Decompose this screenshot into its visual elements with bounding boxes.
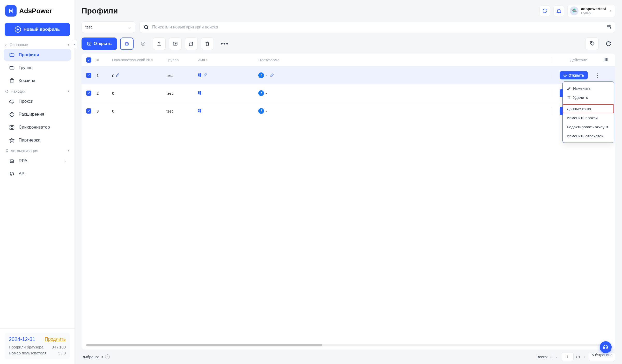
close-action-button[interactable]: [137, 38, 150, 50]
sidebar-item-synchronizer[interactable]: Синхронизатор: [4, 121, 71, 133]
refresh-button[interactable]: [539, 5, 550, 16]
table-row[interactable]: ✓10testf-Открыть⋮: [82, 66, 615, 84]
trash-icon: [9, 78, 15, 84]
sidebar-item-proxies[interactable]: Прокси: [4, 95, 71, 107]
ctx-edit[interactable]: Изменить: [563, 84, 614, 93]
trash-icon: [567, 95, 571, 100]
row-name: [197, 108, 258, 114]
chevron-down-icon: ⌄: [128, 25, 131, 29]
chevron-right-icon: ›: [610, 9, 611, 13]
table-row[interactable]: ✓30testf-Открыть⋮: [82, 102, 615, 120]
row-open-button[interactable]: Открыть: [560, 71, 588, 79]
row-checkbox[interactable]: ✓: [86, 108, 91, 114]
logo[interactable]: AdsPower: [0, 0, 75, 21]
sidebar-item-extensions[interactable]: Расширения: [4, 108, 71, 120]
extend-link[interactable]: Продлить: [45, 337, 66, 342]
headset-icon: [603, 344, 609, 350]
more-actions-button[interactable]: •••: [217, 38, 232, 50]
svg-point-18: [591, 42, 591, 43]
edit-icon[interactable]: [116, 73, 120, 78]
brand-name: AdsPower: [19, 7, 52, 15]
windows-icon: [197, 73, 202, 78]
page-input[interactable]: [561, 353, 574, 361]
open-button[interactable]: Открыть: [82, 38, 117, 50]
row-platform: f-: [258, 72, 551, 78]
search-wrapper: [140, 21, 615, 33]
ctx-change-proxy[interactable]: Изменить прокси: [563, 113, 614, 122]
svg-rect-1: [12, 125, 14, 127]
puzzle-icon: [9, 111, 15, 117]
columns-icon[interactable]: [603, 57, 608, 63]
clear-selection-button[interactable]: ✕: [105, 354, 110, 359]
import-icon: [173, 41, 178, 46]
sidebar-item-rpa[interactable]: RPA ›: [4, 155, 71, 167]
user-menu[interactable]: 🛸 adspowertest Супер... ›: [567, 5, 615, 17]
nav-section-automation[interactable]: ⚙ Автоматизация ▾: [0, 147, 75, 154]
home-icon: ⌂: [5, 42, 8, 47]
delete-button[interactable]: [201, 38, 214, 50]
select-all-checkbox[interactable]: ✓: [86, 57, 91, 63]
import-button[interactable]: [169, 38, 182, 50]
header-name[interactable]: Имя⇅: [197, 58, 258, 62]
filter-settings-button[interactable]: [606, 24, 611, 30]
page-next-button[interactable]: ›: [583, 354, 586, 360]
reload-list-button[interactable]: [602, 38, 615, 50]
topbar: Профили 🛸 adspowertest Супер... ›: [75, 0, 622, 18]
row-more-button[interactable]: ⋮: [593, 72, 602, 78]
rpa-action-button[interactable]: [120, 38, 134, 50]
sidebar-item-api[interactable]: API: [4, 168, 71, 180]
group-select[interactable]: test ⌄: [82, 21, 135, 33]
compass-icon: ◔: [5, 89, 9, 93]
subscription-date: 2024-12-31: [9, 336, 35, 342]
context-menu: Изменить Удалить Данные кэша Изменить пр…: [562, 81, 614, 143]
ctx-delete[interactable]: Удалить: [563, 93, 614, 102]
notifications-button[interactable]: [553, 5, 564, 16]
row-platform: f-: [258, 90, 551, 96]
gear-icon: ⚙: [5, 148, 9, 153]
export-button[interactable]: [153, 38, 166, 50]
new-profile-button[interactable]: + Новый профиль: [5, 23, 70, 36]
row-num: 2: [97, 91, 112, 95]
sidebar-item-trash[interactable]: Корзина: [4, 75, 71, 87]
page-size-select[interactable]: 50/страница: [589, 353, 615, 361]
sidebar-collapse-button[interactable]: ‹: [72, 40, 77, 48]
edit-icon[interactable]: [203, 73, 207, 78]
sidebar-item-groups[interactable]: Группы: [4, 62, 71, 74]
ctx-change-fingerprint[interactable]: Изменить отпечаток: [563, 131, 614, 140]
ctx-edit-account[interactable]: Редактировать аккаунт: [563, 122, 614, 131]
table-row[interactable]: ✓20testf-Открыть⋮: [82, 84, 615, 102]
search-input[interactable]: [152, 25, 603, 29]
header-user-no[interactable]: Пользовательский №⇅: [112, 58, 166, 62]
close-circle-icon: [141, 41, 146, 46]
chevron-down-icon: ▾: [68, 89, 69, 93]
edit-icon: [567, 86, 571, 91]
user-role-label: Супер...: [581, 11, 606, 15]
share-button[interactable]: [185, 38, 198, 50]
ctx-cache-data[interactable]: Данные кэша: [563, 104, 614, 113]
svg-point-6: [12, 161, 13, 161]
header-platform[interactable]: Платформа: [258, 58, 551, 62]
row-name: [197, 73, 258, 78]
selected-count: 3: [101, 355, 103, 359]
page-total: / 1: [576, 355, 581, 359]
edit-icon[interactable]: [270, 73, 274, 78]
svg-rect-0: [10, 125, 11, 127]
stat-users-label: Номер пользователя: [9, 351, 46, 355]
scrollbar-thumb[interactable]: [86, 344, 322, 346]
horizontal-scrollbar[interactable]: [86, 344, 611, 346]
help-float-button[interactable]: [600, 341, 612, 353]
robot-icon: [124, 41, 129, 46]
sidebar-item-partner[interactable]: Партнерка: [4, 134, 71, 146]
sidebar-item-profiles[interactable]: Профили: [4, 49, 71, 61]
page-prev-button[interactable]: ‹: [555, 354, 559, 360]
row-checkbox[interactable]: ✓: [86, 73, 91, 78]
tags-button[interactable]: [585, 38, 599, 50]
facebook-icon: f: [258, 108, 264, 114]
header-group[interactable]: Группа: [166, 58, 197, 62]
chrome-icon: [563, 73, 567, 77]
reload-icon: [605, 41, 612, 47]
header-num[interactable]: #: [97, 58, 112, 62]
row-checkbox[interactable]: ✓: [86, 91, 91, 96]
nav-section-main[interactable]: ⌂ Основные ▾: [0, 41, 75, 48]
nav-section-finds[interactable]: ◔ Находки ▾: [0, 87, 75, 95]
